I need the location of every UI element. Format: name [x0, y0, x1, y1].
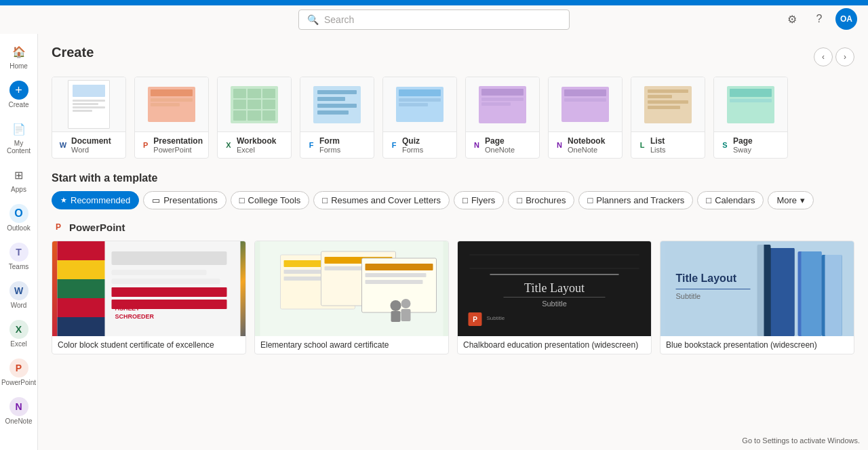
create-card-form[interactable]: F Form Forms: [300, 77, 374, 159]
svg-rect-7: [112, 270, 207, 275]
svg-text:Subtitle: Subtitle: [542, 300, 567, 308]
card-info-notebook: N Notebook OneNote: [549, 131, 622, 158]
settings-button[interactable]: ⚙: [781, 8, 803, 30]
sidebar-label-onenote: OneNote: [5, 417, 32, 425]
filter-tab-resumes[interactable]: □ Resumes and Cover Letters: [313, 191, 450, 209]
sidebar-label-excel: Excel: [10, 340, 26, 348]
presentations-tab-icon: ▭: [152, 195, 160, 205]
sidebar-item-apps[interactable]: ⊞ Apps: [0, 160, 38, 199]
quiz-card-app: Forms: [402, 146, 423, 154]
sidebar-label-outlook: Outlook: [7, 224, 30, 232]
create-card-onenote-page[interactable]: N Page OneNote: [465, 77, 540, 159]
recommended-icon: ★: [60, 196, 67, 205]
flyers-label: Flyers: [471, 195, 495, 205]
list-card-name: List: [650, 136, 666, 146]
sidebar-item-mycontent[interactable]: 📄 My Content: [0, 114, 38, 160]
sidebar-item-word[interactable]: W Word: [0, 276, 38, 314]
next-arrow-button[interactable]: ›: [835, 47, 854, 66]
svg-point-25: [391, 300, 401, 311]
card-info-excel: X Workbook Excel: [218, 131, 291, 158]
card-info-quiz: F Quiz Forms: [383, 131, 456, 158]
home-icon: 🏠: [9, 42, 28, 61]
svg-text:Subtitle: Subtitle: [676, 292, 701, 300]
template-thumb-chalkboard: Title Layout Subtitle P Subtitle: [458, 241, 651, 336]
recommended-label: Recommended: [71, 195, 130, 205]
template-header: Start with a template: [52, 172, 854, 184]
create-card-sway[interactable]: S Page Sway: [713, 77, 788, 159]
filter-tab-brochures[interactable]: □ Brochures: [508, 191, 574, 209]
template-card-chalkboard[interactable]: Title Layout Subtitle P Subtitle Chalkbo…: [457, 241, 652, 354]
apps-icon: ⊞: [9, 165, 28, 184]
title-bar: [0, 0, 868, 5]
sidebar-label-powerpoint: PowerPoint: [1, 379, 36, 386]
filter-tab-college-tools[interactable]: □ College Tools: [231, 191, 310, 209]
excel-app-icon: X: [223, 140, 234, 150]
onenote-page-card-app: OneNote: [485, 146, 515, 154]
form-card-app: Forms: [319, 146, 340, 154]
sidebar-label-teams: Teams: [9, 263, 28, 270]
svg-rect-24: [366, 280, 423, 284]
template-card-award[interactable]: Elementary school award certificate: [254, 241, 449, 354]
svg-point-27: [401, 299, 411, 308]
resumes-label: Resumes and Cover Letters: [331, 195, 441, 205]
sidebar-item-excel[interactable]: X Excel: [0, 314, 38, 353]
sidebar-item-home[interactable]: 🏠 Home: [0, 37, 38, 75]
more-label: More: [776, 195, 797, 205]
word-icon: W: [9, 281, 28, 300]
card-preview-notebook: [549, 77, 622, 131]
svg-text:SCHROEDER: SCHROEDER: [115, 313, 155, 320]
sidebar-item-onenote[interactable]: N OneNote: [0, 392, 38, 430]
filter-tab-calendars[interactable]: □ Calendars: [697, 191, 764, 209]
onenote-page-card-name: Page: [485, 136, 515, 146]
quiz-card-name: Quiz: [402, 136, 423, 146]
sidebar-item-powerpoint[interactable]: P PowerPoint: [0, 353, 38, 392]
sidebar-item-outlook[interactable]: O Outlook: [0, 199, 38, 237]
svg-rect-4: [58, 298, 105, 317]
onenote-app-icon-page: N: [471, 140, 482, 150]
excel-card-name: Workbook: [237, 136, 276, 146]
create-card-notebook[interactable]: N Notebook OneNote: [548, 77, 623, 159]
svg-rect-1: [58, 241, 105, 260]
calendars-icon: □: [706, 195, 711, 205]
filter-tab-more[interactable]: More ▾: [768, 191, 814, 209]
sidebar-item-teams[interactable]: T Teams: [0, 237, 38, 276]
outlook-icon: O: [9, 204, 28, 223]
template-card-bookstack[interactable]: Title Layout Subtitle Blue bookstack pre…: [660, 241, 854, 354]
search-bar[interactable]: 🔍 Search: [298, 9, 570, 30]
help-button[interactable]: ?: [808, 8, 830, 30]
template-card-colorblock[interactable]: ASHLEY SCHROEDER Color block student cer…: [52, 241, 246, 354]
forms-app-icon-form: F: [306, 140, 317, 150]
create-card-excel[interactable]: X Workbook Excel: [217, 77, 292, 159]
template-name-award: Elementary school award certificate: [255, 336, 448, 354]
template-name-chalkboard: Chalkboard education presentation (wides…: [458, 336, 651, 354]
ppt-card-name: Presentation: [153, 136, 203, 146]
filter-tab-presentations[interactable]: ▭ Presentations: [143, 191, 226, 209]
create-card-list[interactable]: L List Lists: [631, 77, 705, 159]
create-nav-arrows: ‹ ›: [814, 47, 854, 66]
filter-tab-recommended[interactable]: ★ Recommended: [52, 191, 139, 209]
filter-tab-planners[interactable]: □ Planners and Trackers: [578, 191, 693, 209]
filter-tab-flyers[interactable]: □ Flyers: [454, 191, 504, 209]
more-chevron-icon: ▾: [800, 195, 805, 205]
avatar[interactable]: OA: [835, 8, 857, 30]
template-cards-container: ASHLEY SCHROEDER Color block student cer…: [52, 241, 854, 354]
svg-rect-28: [401, 309, 411, 321]
sidebar-label-word: Word: [11, 302, 27, 309]
list-card-app: Lists: [650, 146, 666, 154]
presentations-label: Presentations: [163, 195, 218, 205]
create-card-quiz[interactable]: F Quiz Forms: [382, 77, 457, 159]
create-card-word[interactable]: W Document Word: [52, 77, 126, 159]
sidebar-label-home: Home: [9, 62, 28, 70]
sway-card-app: Sway: [733, 146, 753, 154]
ppt-section-icon: P: [52, 220, 65, 234]
card-preview-excel: [218, 77, 291, 131]
svg-rect-5: [58, 317, 105, 336]
sidebar-item-create[interactable]: + Create: [0, 75, 38, 114]
brochures-icon: □: [517, 195, 522, 205]
search-placeholder: Search: [324, 14, 561, 25]
teams-icon: T: [9, 243, 28, 262]
prev-arrow-button[interactable]: ‹: [814, 47, 833, 66]
powerpoint-icon: P: [9, 359, 28, 377]
sidebar-label-create: Create: [8, 101, 28, 108]
create-card-ppt[interactable]: P Presentation PowerPoint: [134, 77, 209, 159]
